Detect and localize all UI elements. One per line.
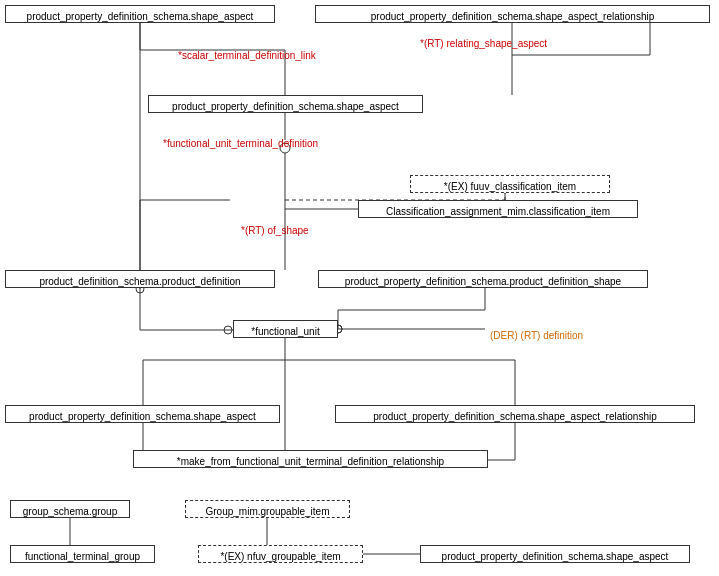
box-b1: product_property_definition_schema.shape… (5, 5, 275, 23)
box-b5: Classification_assignment_mim.classifica… (358, 200, 638, 218)
box-b2: product_property_definition_schema.shape… (315, 5, 710, 23)
box-b6: product_definition_schema.product_defini… (5, 270, 275, 288)
box-b7: product_property_definition_schema.produ… (318, 270, 648, 288)
box-b9: product_property_definition_schema.shape… (5, 405, 280, 423)
box-b13: Group_mim.groupable_item (185, 500, 350, 518)
box-b4: *(EX) fuuv_classification_item (410, 175, 610, 193)
box-b14: functional_terminal_group (10, 545, 155, 563)
box-b10: product_property_definition_schema.shape… (335, 405, 695, 423)
box-b15: *(EX) nfuv_groupable_item (198, 545, 363, 563)
box-b12: group_schema.group (10, 500, 130, 518)
label-1: *(RT) relating_shape_aspect (420, 38, 547, 49)
label-4: (DER) (RT) definition (490, 330, 583, 341)
diagram: product_property_definition_schema.shape… (0, 0, 719, 576)
box-b11: *make_from_functional_unit_terminal_defi… (133, 450, 488, 468)
box-b3: product_property_definition_schema.shape… (148, 95, 423, 113)
label-3: *(RT) of_shape (241, 225, 309, 236)
label-2: *functional_unit_terminal_definition (163, 138, 318, 149)
label-0: *scalar_terminal_definition_link (178, 50, 316, 61)
box-b8: *functional_unit (233, 320, 338, 338)
box-b16: product_property_definition_schema.shape… (420, 545, 690, 563)
svg-point-23 (224, 326, 232, 334)
